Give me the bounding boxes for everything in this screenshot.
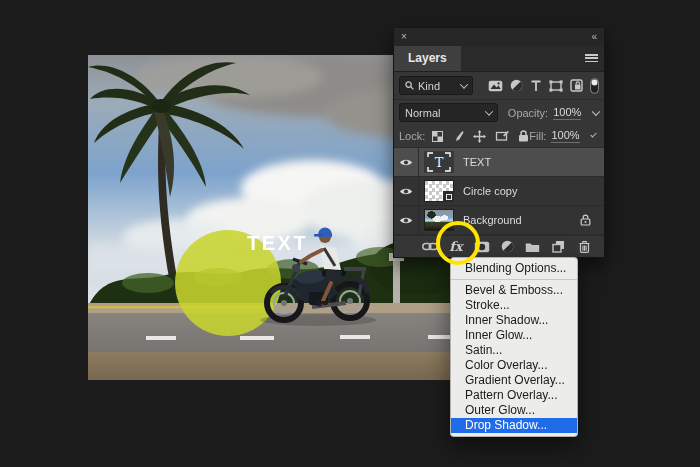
- visibility-toggle[interactable]: [394, 206, 419, 234]
- opacity-value[interactable]: 100%: [553, 106, 581, 120]
- lock-artboard-icon[interactable]: [495, 130, 509, 142]
- new-layer-icon[interactable]: [551, 240, 567, 253]
- panel-footer: fx: [394, 235, 604, 257]
- layer-row-text[interactable]: T TEXT: [394, 148, 604, 177]
- filter-shape-layers-icon[interactable]: [549, 80, 563, 92]
- menu-item-inner-shadow[interactable]: Inner Shadow...: [451, 313, 577, 328]
- text-layer-thumbnail[interactable]: T: [424, 151, 454, 173]
- menu-item-outer-glow[interactable]: Outer Glow...: [451, 403, 577, 418]
- filter-smart-objects-icon[interactable]: [570, 79, 583, 92]
- new-group-icon[interactable]: [525, 241, 541, 253]
- visibility-toggle[interactable]: [394, 148, 419, 176]
- layer-lock-icon: [580, 214, 591, 226]
- tab-layers-label: Layers: [408, 51, 447, 65]
- tab-spacer: [461, 46, 578, 71]
- blend-mode-value: Normal: [405, 107, 440, 119]
- delete-layer-icon[interactable]: [576, 240, 592, 253]
- layers-panel: × « Layers Kind: [393, 27, 605, 258]
- layer-row-background[interactable]: Background: [394, 206, 604, 235]
- layer-name: Background: [463, 214, 522, 226]
- layer-row-circle-copy[interactable]: Circle copy: [394, 177, 604, 206]
- tab-layers[interactable]: Layers: [394, 46, 461, 71]
- blend-row: Normal Opacity: 100%: [394, 100, 604, 125]
- menu-item-satin[interactable]: Satin...: [451, 343, 577, 358]
- menu-item-inner-glow[interactable]: Inner Glow...: [451, 328, 577, 343]
- lock-label: Lock:: [399, 130, 425, 142]
- layer-list: T TEXT Circle copy Background: [394, 148, 604, 235]
- chevron-down-icon: [460, 80, 468, 88]
- fill-chevron-icon[interactable]: [590, 131, 597, 138]
- menu-item-drop-shadow[interactable]: Drop Shadow...: [451, 418, 577, 433]
- fill-value[interactable]: 100%: [551, 129, 579, 143]
- blend-mode-dropdown[interactable]: Normal: [399, 103, 498, 122]
- panel-title-bar: × «: [394, 28, 604, 46]
- panel-collapse-icon[interactable]: «: [591, 31, 597, 42]
- menu-item-gradient-overlay[interactable]: Gradient Overlay...: [451, 373, 577, 388]
- filter-kind-label: Kind: [418, 80, 440, 92]
- shape-layer-thumbnail[interactable]: [424, 180, 454, 202]
- adjustment-layer-icon[interactable]: [500, 240, 516, 253]
- search-icon: [405, 81, 414, 90]
- visibility-toggle[interactable]: [394, 177, 419, 205]
- filter-type-layers-icon[interactable]: [530, 80, 542, 92]
- menu-separator: [451, 279, 577, 280]
- filter-adjustment-layers-icon[interactable]: [510, 79, 523, 92]
- menu-item-pattern-overlay[interactable]: Pattern Overlay...: [451, 388, 577, 403]
- layer-style-menu: Blending Options... Bevel & Emboss... St…: [450, 257, 578, 437]
- opacity-label: Opacity:: [508, 107, 548, 119]
- lock-image-pixels-icon[interactable]: [452, 130, 464, 142]
- highlight-ring-annotation: [436, 221, 480, 265]
- lock-position-icon[interactable]: [473, 130, 486, 143]
- chevron-down-icon: [485, 107, 493, 115]
- shape-badge-icon: [443, 191, 454, 202]
- menu-item-blending-options[interactable]: Blending Options...: [451, 261, 577, 276]
- filter-kind-dropdown[interactable]: Kind: [399, 76, 473, 95]
- filter-pixel-layers-icon[interactable]: [488, 80, 503, 92]
- eye-icon: [399, 158, 413, 167]
- lock-transparent-pixels-icon[interactable]: [432, 131, 443, 142]
- lock-row: Lock: Fill: 100%: [394, 125, 604, 148]
- lock-all-icon[interactable]: [518, 130, 529, 142]
- opacity-chevron-icon[interactable]: [592, 107, 600, 115]
- fill-label: Fill:: [529, 130, 546, 142]
- menu-item-color-overlay[interactable]: Color Overlay...: [451, 358, 577, 373]
- foreground-shoulder: [88, 352, 455, 380]
- menu-item-stroke[interactable]: Stroke...: [451, 298, 577, 313]
- menu-item-bevel-emboss[interactable]: Bevel & Emboss...: [451, 283, 577, 298]
- layer-name: Circle copy: [463, 185, 517, 197]
- filter-toggle-switch[interactable]: [590, 78, 599, 94]
- filter-row: Kind: [394, 72, 604, 101]
- layer-name: TEXT: [463, 156, 491, 168]
- canvas-text-overlay: TEXT: [247, 232, 308, 254]
- eye-icon: [399, 187, 413, 196]
- panel-close-icon[interactable]: ×: [401, 31, 407, 42]
- panel-tab-bar: Layers: [394, 46, 604, 72]
- panel-menu-icon[interactable]: [578, 46, 604, 71]
- eye-icon: [399, 216, 413, 225]
